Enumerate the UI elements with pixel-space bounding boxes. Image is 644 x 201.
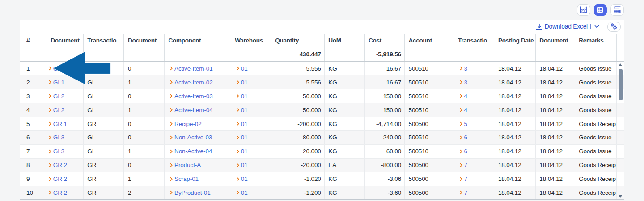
cell-drill-link[interactable]: 3: [464, 65, 467, 72]
table-cell: 18.04.12: [494, 145, 535, 158]
table-cell: 500510: [405, 145, 454, 158]
cell-drill-link[interactable]: 3: [464, 79, 467, 86]
column-header-11[interactable]: Transactio...: [454, 34, 495, 48]
scroll-up-icon[interactable]: [619, 63, 622, 66]
pivot-view-button[interactable]: [610, 4, 624, 16]
totals-cell-14: [575, 47, 617, 61]
table-cell: 18.04.12: [536, 131, 575, 144]
cell-drill-link[interactable]: GR 2: [53, 162, 67, 168]
table-cell: 500500: [405, 186, 454, 199]
cell-drill-link[interactable]: Product-A: [174, 162, 201, 168]
row-index-cell: 6: [20, 131, 43, 144]
table-cell: 150.00: [365, 103, 405, 117]
row-index-cell: 8: [20, 159, 43, 172]
cell-drill-link[interactable]: 01: [241, 93, 248, 100]
cell-drill-link[interactable]: GI 1: [53, 79, 64, 86]
chevron-down-icon[interactable]: [594, 25, 599, 28]
column-header-2[interactable]: Document: [43, 34, 84, 48]
column-header-4[interactable]: Document...: [124, 34, 165, 48]
table-cell: KG: [325, 131, 365, 144]
column-header-13[interactable]: Document...: [536, 34, 575, 48]
cell-drill-link[interactable]: GI 2: [53, 93, 64, 100]
cell-drill-link[interactable]: 6: [464, 148, 467, 155]
cell-drill-link[interactable]: Active-Item-03: [174, 93, 213, 100]
cell-drill-link[interactable]: Scrap-01: [174, 176, 199, 182]
cell-drill-link[interactable]: Non-Active-04: [174, 148, 212, 155]
chart-view-button[interactable]: [577, 4, 590, 16]
table-cell: 18.04.12: [494, 62, 535, 75]
column-header-9[interactable]: Cost: [365, 34, 405, 48]
cell-drill-link[interactable]: ByProduct-01: [174, 189, 211, 196]
column-header-6[interactable]: Warehous...: [231, 34, 271, 48]
cell-drill-link[interactable]: GI 1: [53, 65, 64, 72]
settings-button[interactable]: [607, 22, 621, 32]
cell-drill-link[interactable]: 7: [464, 176, 467, 182]
table-row: 2GI 1GI1Active-Item-02015.556KG16.675005…: [20, 75, 624, 89]
table-cell: 5: [454, 117, 495, 130]
table-cell: 500510: [405, 75, 454, 89]
cell-drill-link[interactable]: 5: [464, 121, 467, 127]
table-view-button[interactable]: [594, 4, 607, 16]
scrollbar-thumb[interactable]: [619, 69, 623, 100]
cell-drill-link[interactable]: 01: [241, 134, 248, 141]
column-header-label: Document: [51, 37, 79, 44]
cell-drill-link[interactable]: GR 2: [53, 176, 67, 182]
column-header-7[interactable]: Quantity: [271, 34, 325, 48]
table-cell: 500500: [405, 117, 454, 130]
table-cell: 01: [231, 117, 271, 130]
table-cell: 500500: [405, 159, 454, 172]
column-header-12[interactable]: Posting Date: [494, 34, 535, 48]
cell-drill-link[interactable]: Recipe-02: [174, 121, 202, 127]
cell-drill-link[interactable]: Active-Item-02: [174, 79, 213, 86]
column-header-8[interactable]: UoM: [325, 34, 365, 48]
table-cell: Product-A: [165, 159, 231, 172]
cell-drill-link[interactable]: 01: [241, 176, 248, 182]
cell-drill-link[interactable]: GI 3: [53, 134, 64, 141]
drill-chevron-icon: [460, 80, 462, 84]
cell-drill-link[interactable]: 01: [241, 121, 248, 127]
row-index-cell: 9: [20, 172, 43, 186]
cell-drill-link[interactable]: GI 3: [53, 148, 64, 155]
cell-drill-link[interactable]: GR 1: [53, 121, 67, 127]
download-excel-button[interactable]: Download Excel: [536, 22, 599, 31]
table-cell: Active-Item-03: [165, 89, 231, 103]
cell-drill-link[interactable]: Active-Item-01: [174, 65, 213, 72]
column-header-5[interactable]: Component: [165, 34, 231, 48]
column-header-3[interactable]: Transactio...: [84, 34, 124, 48]
vertical-scrollbar[interactable]: [617, 62, 624, 200]
drill-chevron-icon: [460, 66, 462, 71]
totals-cell-8: [325, 47, 365, 61]
cell-drill-link[interactable]: Active-Item-04: [174, 107, 213, 113]
drill-chevron-icon: [49, 66, 51, 71]
cell-drill-link[interactable]: 01: [241, 79, 248, 86]
table-cell: -1.020: [271, 172, 325, 186]
cell-drill-link[interactable]: 7: [464, 162, 467, 168]
cell-drill-link[interactable]: 7: [464, 189, 467, 196]
drill-chevron-icon: [460, 177, 462, 181]
column-header-10[interactable]: Account: [405, 34, 454, 48]
cell-drill-link[interactable]: 6: [464, 134, 467, 141]
column-header-14[interactable]: Remarks: [575, 34, 617, 48]
table-cell: Goods Issue: [575, 103, 617, 117]
cell-drill-link[interactable]: GI 2: [53, 107, 64, 113]
table-cell: 0: [124, 117, 165, 130]
cell-drill-link[interactable]: 01: [241, 189, 248, 196]
table-cell: 16.67: [365, 75, 405, 89]
cell-drill-link[interactable]: 01: [241, 162, 248, 168]
cell-drill-link[interactable]: GR 2: [53, 189, 67, 196]
cell-drill-link[interactable]: 01: [241, 148, 248, 155]
table-cell: EA: [325, 159, 365, 172]
table-cell: 01: [231, 131, 271, 144]
table-cell: GR 2: [43, 186, 84, 199]
scroll-down-icon[interactable]: [619, 195, 622, 198]
column-header-1[interactable]: #: [20, 34, 43, 48]
table-row: 4GI 2GI1Active-Item-040150.000KG150.0050…: [20, 103, 624, 117]
cell-drill-link[interactable]: 4: [464, 93, 467, 100]
cell-drill-link[interactable]: 4: [464, 107, 467, 113]
table-cell: GI: [84, 145, 124, 158]
cell-drill-link[interactable]: Non-Active-03: [174, 134, 212, 141]
table-cell: 1: [124, 172, 165, 186]
cell-drill-link[interactable]: 01: [241, 65, 248, 72]
cell-drill-link[interactable]: 01: [241, 107, 248, 113]
table-cell: GR 1: [43, 117, 84, 130]
